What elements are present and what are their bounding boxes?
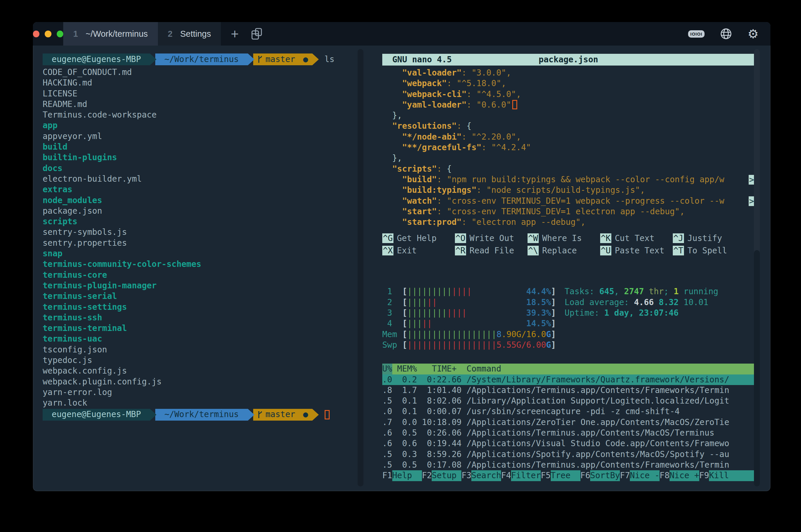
nano-line: "start:prod": "electron app --debug", <box>382 217 755 228</box>
file-entry: HACKING.md <box>43 78 92 88</box>
nano-shortcut: ^KCut Text <box>600 232 673 245</box>
directory-entry: snap <box>43 249 62 258</box>
nano-line: "start": "cross-env TERMINUS_DEV=1 elect… <box>382 206 755 217</box>
htop-meter: Swp[||||||||||||||||||5.55G/6.00G] <box>382 340 759 350</box>
key-combo: ^O <box>455 233 466 243</box>
zoom-button[interactable] <box>57 31 63 37</box>
powerline-arrow-icon <box>312 54 319 65</box>
fkey-item: F2Setup <box>422 470 462 481</box>
tab-work-terminus[interactable]: 1 ~/Work/terminus <box>63 22 158 45</box>
nano-line: "webpack-cli": "^4.5.0", <box>382 89 755 100</box>
powerline-arrow-icon <box>150 54 156 65</box>
key-label: Where Is <box>542 233 582 243</box>
key-label: Replace <box>542 246 577 255</box>
settings-gear-icon[interactable]: ⚙ <box>747 27 759 41</box>
nano-line: "**/graceful-fs": "^4.2.4" <box>382 142 755 153</box>
nano-shortcut: ^OWrite Out <box>455 232 527 245</box>
sort-column-header[interactable]: U% <box>382 364 392 374</box>
key-label: Cut Text <box>615 233 655 243</box>
key-combo: ^K <box>600 233 611 243</box>
directory-entry: builtin-plugins <box>43 153 117 162</box>
directory-entry: app <box>43 120 58 130</box>
directory-entry: extras <box>43 185 72 194</box>
htop-section: 1[|||||||||||||44.4%] 2[||||||18.5%] 3[|… <box>382 286 759 350</box>
tab-bar: 1 ~/Work/terminus 2 Settings + IOIOI ⚙ <box>33 22 770 45</box>
minimize-button[interactable] <box>45 31 51 37</box>
nano-editor-body: "val-loader": "3.0.0", "webpack": "^5.18… <box>382 68 759 228</box>
nano-line: "webpack": "^5.18.0", <box>382 78 755 89</box>
nano-shortcut: ^\Replace <box>527 245 600 257</box>
tab-title: Settings <box>180 29 211 39</box>
serial-port-icon[interactable]: IOIOI <box>688 30 705 38</box>
directory-entry: terminus-plugin-manager <box>43 281 157 290</box>
git-dirty-dot: ● <box>303 54 308 65</box>
new-tab-button[interactable]: + <box>224 22 245 45</box>
close-button[interactable] <box>33 31 39 37</box>
file-entry: electron-builder.yml <box>43 174 142 184</box>
fkey-item: F7Nice - <box>620 470 659 481</box>
nano-line: }, <box>382 110 755 121</box>
nano-shortcut: ^RRead File <box>455 245 527 257</box>
terminus-window: 1 ~/Work/terminus 2 Settings + IOIOI ⚙ <box>33 22 770 491</box>
typed-command: ls <box>324 54 335 65</box>
directory-entry: node_modules <box>43 195 102 205</box>
nano-shortcut: ^WWhere Is <box>527 232 600 245</box>
file-entry: Terminus.code-workspace <box>43 110 157 120</box>
htop-process-table: U% MEM% TIME+ Command .0 0.2 0:22.66 /Sy… <box>382 364 755 481</box>
fkey-item: F5Tree <box>541 470 580 481</box>
fkey-item: F4Filter <box>501 470 541 481</box>
new-window-icon[interactable] <box>245 22 268 45</box>
globe-icon[interactable] <box>720 27 732 40</box>
directory-entry: terminus-uac <box>43 334 102 344</box>
process-row: .6 0.6 0:19.44 /Applications/Visual Stud… <box>382 438 755 449</box>
tab-settings[interactable]: 2 Settings <box>158 22 221 45</box>
htop-stat-line: Load average: 4.66 8.32 10.01 <box>564 297 719 308</box>
right-pane-scrollbar[interactable] <box>754 49 760 487</box>
shell-prompt: eugene@Eugenes-MBP ~/Work/terminus maste… <box>43 54 356 65</box>
nano-filename: package.json <box>382 54 755 65</box>
key-combo: ^J <box>673 233 684 243</box>
terminal-pane-right[interactable]: package.json GNU nano 4.5 "val-loader": … <box>382 45 759 491</box>
key-combo: ^W <box>527 233 539 243</box>
table-header-rest: MEM% TIME+ Command <box>392 364 755 374</box>
tab-number: 1 <box>73 29 78 39</box>
powerline-arrow-icon <box>248 54 254 65</box>
nano-line: "watch": "cross-env TERMINUS_DEV=1 webpa… <box>382 196 755 206</box>
git-dirty-dot: ● <box>303 409 308 420</box>
key-label: Exit <box>397 246 417 255</box>
terminal-pane-left[interactable]: eugene@Eugenes-MBP ~/Work/terminus maste… <box>33 45 356 491</box>
htop-stats: Tasks: 645, 2747 thr; 1 runningLoad aver… <box>564 286 719 318</box>
directory-entry: terminus-settings <box>43 302 127 312</box>
nano-shortcut: ^TTo Spell <box>673 245 759 257</box>
process-row: .8 1.7 1:01.40 /Applications/Terminus.ap… <box>382 385 755 396</box>
directory-entry: terminus-community-color-schemes <box>43 259 201 269</box>
prompt-cwd: ~/Work/terminus <box>155 54 248 65</box>
split-content: eugene@Eugenes-MBP ~/Work/terminus maste… <box>33 45 770 491</box>
file-entry: README.md <box>43 99 87 109</box>
fkey-item: F6SortBy <box>580 470 620 481</box>
fkey-item: F8Nice + <box>659 470 699 481</box>
left-pane-scrollbar[interactable] <box>358 49 364 487</box>
nano-line: "build:typings": "node scripts/build-typ… <box>382 185 755 195</box>
directory-entry: terminus-core <box>43 270 107 280</box>
file-entry: sentry.properties <box>43 238 127 248</box>
prompt-user-host: eugene@Eugenes-MBP <box>43 54 150 65</box>
process-row: .6 0.5 0:26.06 /Applications/Terminus.ap… <box>382 428 755 438</box>
nano-line: }, <box>382 153 755 164</box>
fkey-item: F3Search <box>461 470 501 481</box>
key-label: To Spell <box>688 246 727 255</box>
file-entry: CODE_OF_CONDUCT.md <box>43 67 132 77</box>
nano-line: "resolutions": { <box>382 121 755 131</box>
process-table-header: U% MEM% TIME+ Command <box>382 364 755 374</box>
htop-meter: Mem[||||||||||||||||||8.90G/16.0G] <box>382 329 759 340</box>
process-row-selected: .0 0.2 0:22.66 /System/Library/Framework… <box>382 375 755 385</box>
directory-entry: scripts <box>43 216 77 226</box>
htop-stat-line: Uptime: 1 day, 23:07:46 <box>564 308 719 318</box>
shell-prompt: eugene@Eugenes-MBP ~/Work/terminus maste… <box>43 409 356 421</box>
prompt-git-branch: master ● <box>253 409 312 421</box>
tab-title: ~/Work/terminus <box>86 29 148 39</box>
directory-entry: build <box>43 142 67 152</box>
nano-title-bar: package.json GNU nano 4.5 <box>382 54 755 65</box>
file-entry: sentry-symbols.js <box>43 227 127 237</box>
key-label: Read File <box>470 246 514 255</box>
